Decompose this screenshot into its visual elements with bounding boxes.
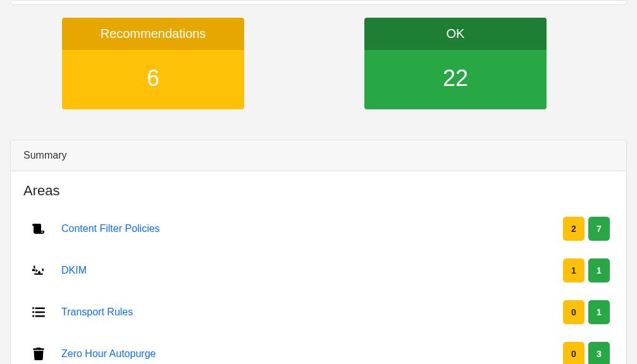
area-badge-ok: 1 (588, 300, 610, 324)
area-badge-ok: 7 (588, 217, 610, 241)
area-badge-ok: 1 (588, 258, 610, 282)
areas-title: Areas (23, 183, 614, 199)
area-row-dkim: DKIM 1 1 (23, 250, 614, 291)
stat-ok-value: 22 (364, 50, 547, 109)
area-badge-warn: 2 (563, 217, 584, 241)
area-badge-warn: 0 (563, 300, 584, 324)
area-row-content-filter-policies: Content Filter Policies 2 7 (23, 208, 614, 250)
stat-recommendations-label: Recommendations (62, 18, 244, 50)
area-row-transport-rules: Transport Rules 0 1 (23, 291, 614, 333)
signature-icon (31, 263, 46, 278)
stat-recommendations-value: 6 (62, 50, 244, 109)
summary-card: Summary Areas Content Filter Policies 2 … (10, 140, 627, 364)
area-link-transport-rules[interactable]: Transport Rules (61, 306, 563, 318)
stat-ok-label: OK (364, 18, 547, 50)
area-badge-warn: 1 (563, 258, 584, 282)
area-badge-ok: 3 (588, 342, 610, 364)
area-row-zero-hour-autopurge: Zero Hour Autopurge 0 3 (23, 333, 614, 364)
stats-row: Recommendations 6 OK 22 (10, 18, 627, 109)
area-link-dkim[interactable]: DKIM (61, 265, 563, 276)
area-link-content-filter-policies[interactable]: Content Filter Policies (61, 223, 563, 234)
summary-header: Summary (11, 140, 626, 171)
top-card-edge (10, 0, 627, 5)
area-badge-warn: 0 (563, 342, 584, 364)
trash-icon (31, 346, 46, 361)
list-icon (31, 305, 46, 320)
stat-card-ok[interactable]: OK 22 (364, 18, 547, 109)
stat-card-recommendations[interactable]: Recommendations 6 (62, 18, 244, 109)
area-link-zero-hour-autopurge[interactable]: Zero Hour Autopurge (61, 348, 563, 360)
scroll-icon (31, 221, 46, 236)
